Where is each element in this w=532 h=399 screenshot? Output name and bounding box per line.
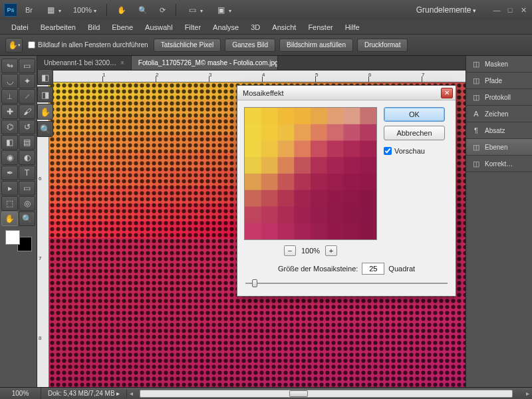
gradient-tool[interactable]: ▤ — [19, 135, 35, 150]
stamp-tool[interactable]: ⌬ — [1, 120, 18, 134]
brush-tool[interactable]: 🖌 — [19, 104, 35, 119]
h-scroll-thumb[interactable] — [289, 390, 308, 397]
ruler-horizontal: 01234567 — [49, 70, 532, 82]
panel-masken[interactable]: ◫Masken — [466, 56, 532, 72]
marquee-tool[interactable]: ▭ — [19, 59, 35, 73]
path-icon: ◫ — [471, 76, 481, 85]
menu-datei[interactable]: Datei — [5, 20, 35, 35]
document-tab[interactable]: Fotolia_11705726_M© mashe - Fotolia.com.… — [132, 56, 278, 70]
optbtn[interactable]: Druckformat — [357, 39, 408, 52]
scroll-all-checkbox[interactable]: Bildlauf in allen Fenstern durchführen — [28, 41, 148, 49]
dock-tab-2[interactable]: ◨ — [37, 86, 53, 102]
maximize-button[interactable]: □ — [505, 5, 515, 15]
menu-ansicht[interactable]: Ansicht — [266, 20, 302, 35]
view-docs-dd[interactable]: ▦ — [41, 3, 65, 17]
preview-zoom-label: 100% — [301, 247, 320, 255]
menu-hilfe[interactable]: Hilfe — [339, 20, 366, 35]
zoom-icon[interactable]: 🔍 — [134, 5, 152, 16]
scroll-all-input[interactable] — [28, 41, 35, 49]
color-swatches[interactable] — [5, 230, 32, 251]
optbtn[interactable]: Ganzes Bild — [225, 39, 275, 52]
status-bar: 100% Dok: 5,43 MB/7,24 MB ▸ ◂ ▸ — [0, 387, 532, 399]
move-tool[interactable]: ↬ — [1, 59, 18, 73]
blur-tool[interactable]: ◉ — [1, 150, 18, 165]
panel-zeichen[interactable]: AZeichen — [466, 106, 532, 122]
hand-icon[interactable]: ✋ — [113, 5, 130, 16]
shape-tool[interactable]: ▭ — [19, 181, 35, 196]
menu-analyse[interactable]: Analyse — [207, 20, 245, 35]
arrange-icon: ▭ — [186, 4, 198, 16]
cell-size-input[interactable] — [362, 263, 384, 275]
screen-icon: ▣ — [215, 4, 227, 16]
status-zoom[interactable]: 100% — [0, 388, 41, 400]
right-panels-dock: ◫Masken◫Pfade◫ProtokollAZeichen¶Absatz◫E… — [466, 56, 532, 387]
preview-checkbox[interactable]: Vorschau — [384, 147, 445, 155]
zoom-tool[interactable]: 🔍 — [19, 211, 35, 226]
panel-korrekt…[interactable]: ◫Korrekt… — [466, 156, 532, 172]
path-tool[interactable]: ▸ — [1, 181, 18, 196]
menu-3d[interactable]: 3D — [245, 20, 266, 35]
bridge-button[interactable]: Br — [21, 5, 37, 15]
panel-pfade[interactable]: ◫Pfade — [466, 72, 532, 89]
panel-protokoll[interactable]: ◫Protokoll — [466, 89, 532, 106]
panel-ebenen[interactable]: ◫Ebenen — [466, 139, 532, 156]
heal-tool[interactable]: ✚ — [1, 104, 18, 119]
arrange-dd[interactable]: ▭ — [182, 3, 207, 17]
crop-tool[interactable]: ⟂ — [1, 89, 18, 104]
eraser-tool[interactable]: ◧ — [1, 135, 18, 150]
lasso-tool[interactable]: ◡ — [1, 74, 18, 88]
preview-chk-input[interactable] — [384, 147, 392, 155]
h-scrollbar[interactable] — [140, 390, 513, 398]
hand-tool[interactable]: ✋ — [1, 211, 18, 226]
dialog-titlebar[interactable]: Mosaikeffekt ✕ — [237, 86, 456, 100]
3d-tool[interactable]: ⬚ — [1, 196, 18, 211]
hand-tool-icon[interactable]: ✋▾ — [5, 38, 23, 53]
cell-size-slider[interactable] — [245, 279, 448, 288]
3dcam-tool[interactable]: ◎ — [19, 196, 35, 211]
grid-icon: ▦ — [45, 4, 57, 16]
pen-tool[interactable]: ✒ — [1, 166, 18, 180]
dock-tab-hand[interactable]: ✋ — [37, 104, 53, 120]
history-tool[interactable]: ↺ — [19, 120, 35, 134]
wand-tool[interactable]: ✦ — [19, 74, 35, 88]
preview-zoom-out[interactable]: − — [284, 245, 296, 256]
optbtn[interactable]: Tatsächliche Pixel — [154, 39, 221, 52]
mask-icon: ◫ — [471, 59, 481, 68]
tools-panel: ↬▭◡✦⟂⟋✚🖌⌬↺◧▤◉◐✒T▸▭⬚◎✋🔍 — [0, 56, 37, 387]
menu-bild[interactable]: Bild — [82, 20, 106, 35]
optbtn[interactable]: Bildschirm ausfüllen — [279, 39, 353, 52]
minimize-button[interactable]: — — [492, 5, 501, 15]
dialog-close-button[interactable]: ✕ — [441, 88, 453, 98]
dock-tab-1[interactable]: ◧ — [37, 69, 53, 85]
close-button[interactable]: ✕ — [519, 5, 528, 15]
dialog-preview[interactable] — [244, 107, 377, 240]
eyedrop-tool[interactable]: ⟋ — [19, 89, 35, 104]
close-tab-icon[interactable]: × — [120, 56, 124, 70]
ok-button[interactable]: OK — [384, 107, 445, 122]
fg-color-swatch[interactable] — [5, 230, 20, 245]
workspace-switcher[interactable]: Grundelemente — [411, 4, 481, 16]
menu-ebene[interactable]: Ebene — [106, 20, 139, 35]
app-logo: Ps — [4, 3, 17, 17]
layers-icon: ◫ — [471, 142, 481, 152]
mosaic-dialog: Mosaikeffekt ✕ − 100% + OK Abbrechen Vor… — [237, 85, 456, 297]
preview-zoom-in[interactable]: + — [325, 245, 337, 256]
cancel-button[interactable]: Abbrechen — [384, 126, 445, 140]
rotate-icon[interactable]: ⟳ — [156, 5, 170, 16]
panel-absatz[interactable]: ¶Absatz — [466, 122, 532, 139]
slider-thumb[interactable] — [252, 279, 257, 287]
screen-mode-dd[interactable]: ▣ — [211, 3, 235, 17]
menu-auswahl[interactable]: Auswahl — [139, 20, 179, 35]
document-tabs: Unbenannt-1 bei 3200…×Fotolia_11705726_M… — [37, 56, 532, 70]
status-docinfo[interactable]: Dok: 5,43 MB/7,24 MB ▸ — [41, 390, 127, 397]
menu-fenster[interactable]: Fenster — [302, 20, 338, 35]
preview-chk-label: Vorschau — [394, 147, 425, 155]
type-tool[interactable]: T — [19, 166, 35, 180]
document-tab[interactable]: Unbenannt-1 bei 3200…× — [37, 56, 132, 70]
menu-filter[interactable]: Filter — [179, 20, 207, 35]
menu-bearbeiten[interactable]: Bearbeiten — [35, 20, 82, 35]
dock-tab-zoom[interactable]: 🔍 — [37, 121, 53, 137]
zoom-dd[interactable]: 100% — [69, 5, 100, 15]
dodge-tool[interactable]: ◐ — [19, 150, 35, 165]
left-dock-tabs: ◧ ◨ ✋ 🔍 — [37, 69, 53, 138]
